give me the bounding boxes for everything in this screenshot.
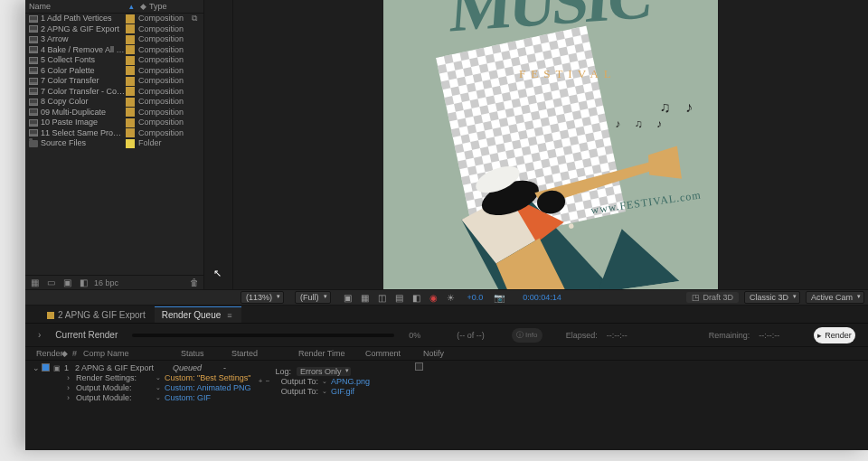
notify-checkbox[interactable]: [415, 362, 423, 371]
remaining-label: Remaining:: [709, 331, 750, 340]
label-color-icon[interactable]: [126, 87, 135, 96]
camera-dropdown[interactable]: Active Cam: [806, 291, 864, 304]
queue-columns-header: Render ◆ # Comp Name Status Started Rend…: [25, 347, 868, 361]
twirl-icon[interactable]: ›: [38, 330, 41, 340]
chevron-down-icon[interactable]: ⌄: [156, 374, 161, 381]
project-item-name: 2 APNG & GIF Export: [41, 24, 126, 34]
renderer-dropdown[interactable]: Classic 3D: [744, 291, 800, 304]
label-color-icon[interactable]: [126, 118, 135, 127]
project-item[interactable]: 6 Color PaletteComposition: [25, 66, 203, 77]
twirl-icon[interactable]: ›: [67, 383, 76, 392]
render-button[interactable]: ▸ Render: [814, 327, 855, 343]
label-color-icon[interactable]: [126, 14, 135, 24]
draft-3d-toggle[interactable]: ◳Draft 3D: [686, 292, 739, 303]
project-item[interactable]: 7 Color TransferComposition: [25, 76, 203, 87]
output-module-2[interactable]: Custom: GIF: [165, 393, 211, 402]
mask-icon[interactable]: ◫: [376, 291, 389, 304]
chevron-down-icon[interactable]: ⌄: [322, 378, 327, 385]
twirl-icon[interactable]: ›: [67, 393, 76, 402]
project-item[interactable]: 09 Multi-DuplicateComposition: [25, 108, 203, 118]
viewer-toolbar: (113%) (Full) ▣ ▦ ◫ ▤ ◧ ◉ ☀ +0.0 📷 0:00:…: [25, 289, 868, 306]
render-checkbox[interactable]: [42, 363, 50, 372]
project-columns-header[interactable]: Name ▴ ◆ Type: [25, 0, 203, 14]
exposure-value[interactable]: +0.0: [467, 293, 484, 302]
col-started[interactable]: Started: [228, 349, 295, 358]
trash-icon[interactable]: 🗑: [189, 278, 200, 288]
exposure-reset-icon[interactable]: ☀: [445, 291, 458, 304]
comp-icon: [29, 87, 38, 96]
project-item[interactable]: 5 Collect FontsComposition: [25, 55, 203, 66]
new-folder-icon[interactable]: ▭: [45, 278, 56, 288]
new-comp-icon[interactable]: ▣: [61, 278, 72, 288]
output-module-1[interactable]: Custom: Animated PNG: [165, 383, 251, 392]
info-toggle[interactable]: ⓘ Info: [512, 328, 542, 343]
project-item[interactable]: 3 ArrowComposition: [25, 34, 203, 45]
col-notify[interactable]: Notify: [420, 349, 456, 358]
label-color-icon[interactable]: [126, 45, 135, 54]
tab-render-queue[interactable]: Render Queue ≡: [155, 306, 241, 323]
col-label-icon[interactable]: ◆: [58, 349, 69, 358]
project-item-type: Composition: [138, 108, 189, 118]
project-item[interactable]: 8 Copy ColorComposition: [25, 97, 203, 108]
interpret-icon[interactable]: ▦: [29, 278, 40, 288]
col-render-time[interactable]: Render Time: [295, 349, 362, 358]
guides-icon[interactable]: ▤: [393, 291, 406, 304]
col-num[interactable]: #: [69, 349, 80, 358]
chevron-down-icon[interactable]: ⌄: [156, 394, 161, 401]
tab-composition[interactable]: 2 APNG & GIF Export: [40, 306, 155, 323]
remove-output-icon[interactable]: −: [264, 378, 271, 385]
zoom-dropdown[interactable]: (113%): [241, 291, 284, 304]
color-mgmt-icon[interactable]: ◉: [428, 291, 440, 304]
label-color-icon[interactable]: [126, 77, 135, 86]
sort-asc-icon[interactable]: ▴: [129, 2, 134, 11]
label-color-icon[interactable]: [126, 108, 135, 117]
adjust-icon[interactable]: ◧: [78, 278, 89, 288]
label-color-icon[interactable]: [126, 66, 135, 75]
timecode[interactable]: 0:00:04:14: [523, 293, 561, 302]
col-status[interactable]: Status: [177, 349, 228, 358]
comp-icon: [29, 35, 38, 44]
label-color-icon[interactable]: [126, 139, 135, 148]
project-item[interactable]: 2 APNG & GIF ExportComposition: [25, 24, 203, 35]
render-settings-row: › Render Settings: ⌄ Custom: "Best Setti…: [25, 372, 868, 382]
chevron-down-icon[interactable]: ⌄: [156, 384, 161, 391]
flowchart-icon[interactable]: ⧉: [189, 14, 200, 24]
col-render[interactable]: Render: [33, 349, 58, 358]
column-name[interactable]: Name: [29, 2, 51, 11]
channels-icon[interactable]: ◧: [410, 291, 423, 304]
column-type[interactable]: Type: [149, 2, 200, 11]
add-output-icon[interactable]: +: [257, 378, 264, 385]
label-color-icon[interactable]: [126, 98, 135, 107]
project-item-list[interactable]: 1 Add Path VerticesComposition⧉2 APNG & …: [25, 14, 203, 275]
project-item[interactable]: 1 Add Path VerticesComposition⧉: [25, 14, 203, 24]
chevron-down-icon[interactable]: ⌄: [322, 388, 327, 395]
project-item[interactable]: Source FilesFolder: [25, 138, 203, 149]
output-to-2[interactable]: GIF.gif: [331, 387, 354, 396]
col-comp[interactable]: Comp Name: [80, 349, 177, 358]
comp-icon: [29, 56, 38, 65]
output-to-1[interactable]: APNG.png: [331, 377, 370, 386]
project-item[interactable]: 7 Color Transfer - CompositingCompositio…: [25, 87, 203, 98]
label-color-icon[interactable]: [126, 56, 135, 65]
label-color-icon[interactable]: [126, 128, 135, 137]
panel-menu-icon[interactable]: ≡: [227, 311, 231, 320]
log-dropdown[interactable]: Errors Only: [297, 367, 351, 376]
snapshot-icon[interactable]: 📷: [493, 291, 505, 304]
twirl-icon[interactable]: ›: [67, 373, 76, 382]
col-comment[interactable]: Comment: [362, 349, 420, 358]
project-item[interactable]: 10 Paste ImageComposition: [25, 118, 203, 128]
twirl-open-icon[interactable]: ⌄: [33, 363, 42, 372]
label-color-icon[interactable]: [126, 24, 135, 33]
label-color-icon[interactable]: [126, 35, 135, 44]
project-item[interactable]: 11 Select Same PropertiesComposition: [25, 128, 203, 139]
roi-icon[interactable]: ▣: [342, 291, 354, 304]
render-settings-value[interactable]: Custom: "Best Settings": [165, 373, 250, 382]
transparency-icon[interactable]: ▦: [359, 291, 372, 304]
project-item[interactable]: 4 Bake / Remove All ExpressionsCompositi…: [25, 45, 203, 56]
project-bpc[interactable]: 16 bpc: [94, 278, 118, 287]
panel-divider[interactable]: ↖: [204, 0, 233, 289]
composition-viewer[interactable]: MUSIC FESTIVAL ♫ ♪ ♪ ♫ ♪ www.FESTIVAL.co…: [233, 0, 868, 289]
label-column-icon[interactable]: ◆: [140, 2, 149, 11]
queue-item-row[interactable]: ⌄ ▣ 1 2 APNG & GIF Export Queued -: [25, 362, 868, 372]
resolution-dropdown[interactable]: (Full): [295, 291, 331, 304]
